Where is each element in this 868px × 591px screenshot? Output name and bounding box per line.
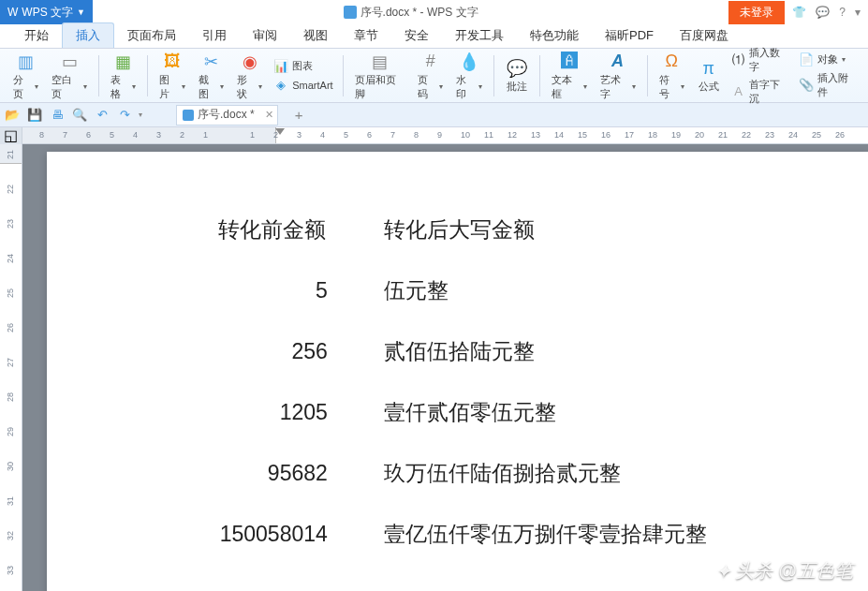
dropcap-button[interactable]: A首字下沉 (728, 77, 793, 107)
label: 对象 (817, 52, 838, 66)
watermark-button[interactable]: 💧 水印▾ (450, 49, 487, 103)
blank-page-button[interactable]: ▭ 空白页▾ (46, 49, 93, 103)
ruler-corner[interactable]: ◱ (0, 127, 22, 144)
table-row: 95682玖万伍仟陆佰捌拾贰元整 (170, 444, 744, 503)
undo-icon[interactable]: ↶ (94, 107, 110, 124)
chevron-down-icon: ▾ (842, 55, 846, 64)
insert-number-button[interactable]: ⑴插入数字 (728, 45, 793, 75)
label: 文本框 (552, 73, 581, 101)
ruler-tick: 2 (273, 130, 278, 140)
titlebar-icons: 👕 💬 ? ▾ (785, 6, 868, 19)
menu-tab-8[interactable]: 开发工具 (442, 23, 517, 48)
label: 插入数字 (749, 46, 789, 74)
print-preview-icon[interactable]: 🔍 (71, 107, 88, 124)
chart-button[interactable]: 📊图表 (270, 58, 336, 75)
menu-tab-10[interactable]: 福昕PDF (592, 23, 667, 48)
comment-icon: 💬 (506, 57, 528, 80)
amount-before: 1205 (170, 383, 375, 442)
add-tab-button[interactable]: + (295, 107, 303, 123)
close-icon[interactable]: ✕ (265, 109, 273, 121)
textbox-icon: 🅰 (558, 51, 581, 73)
print-icon[interactable]: 🖶 (49, 107, 66, 124)
shapes-button[interactable]: ◉ 形状▾ (231, 49, 268, 103)
ruler-tick: 1 (250, 130, 255, 140)
chart-smartart-group: 📊图表 ◈SmartArt (270, 58, 336, 94)
table-button[interactable]: ▦ 表格▾ (105, 49, 141, 103)
ruler-tick: 9 (437, 130, 442, 140)
menu-tab-3[interactable]: 引用 (189, 23, 240, 48)
document-canvas[interactable]: 转化前金额 转化后大写金额 5伍元整256贰佰伍拾陆元整1205壹仟贰佰零伍元整… (22, 144, 868, 591)
app-menu[interactable]: W WPS 文字 ▼ (0, 0, 93, 24)
ruler-tick: 5 (110, 130, 114, 140)
amount-after: 壹亿伍仟零伍万捌仟零壹拾肆元整 (376, 505, 744, 564)
save-icon[interactable]: 💾 (26, 107, 43, 124)
watermark-icon: ✦ (715, 560, 731, 583)
document-tab[interactable]: 序号.docx * ✕ (176, 105, 278, 126)
tshirt-icon[interactable]: 👕 (792, 6, 806, 19)
window-title-text: 序号.docx * - WPS 文字 (360, 5, 478, 21)
watermark-icon: 💧 (458, 51, 480, 73)
content-table: 转化前金额 转化后大写金额 5伍元整256贰佰伍拾陆元整1205壹仟贰佰零伍元整… (169, 199, 746, 566)
login-button[interactable]: 未登录 (728, 1, 785, 24)
textbox-button[interactable]: 🅰 文本框▾ (546, 49, 593, 103)
open-icon[interactable]: 📂 (4, 107, 21, 124)
chevron-down-icon[interactable]: ▾ (855, 6, 861, 19)
label: SmartArt (292, 80, 332, 91)
ruler-tick: 19 (671, 130, 681, 140)
menu-tab-0[interactable]: 开始 (11, 23, 62, 48)
smartart-icon: ◈ (273, 78, 288, 93)
object-button[interactable]: 📄对象▾ (795, 52, 861, 68)
smartart-button[interactable]: ◈SmartArt (270, 77, 336, 94)
ruler-horizontal[interactable]: ◱ 87654321123456789101112131415161718192… (0, 127, 868, 144)
menu-tab-2[interactable]: 页面布局 (114, 23, 189, 48)
label: 公式 (699, 80, 719, 94)
screenshot-button[interactable]: ✂ 截图▾ (193, 49, 229, 103)
picture-button[interactable]: 🖼 图片▾ (154, 49, 190, 103)
symbol-button[interactable]: Ω 符号▾ (654, 49, 690, 103)
label: 图表 (292, 59, 313, 73)
ruler-tick: 25 (812, 130, 821, 140)
equation-button[interactable]: π 公式 (692, 55, 726, 96)
label: 分页 (13, 73, 33, 101)
ruler-vertical[interactable]: 2122232425262728293031323334 (0, 144, 22, 591)
number-icon: ⑴ (731, 52, 745, 67)
wordart-button[interactable]: A 艺术字▾ (595, 49, 641, 103)
page[interactable]: 转化前金额 转化后大写金额 5伍元整256贰佰伍拾陆元整1205壹仟贰佰零伍元整… (47, 152, 868, 591)
ruler-tick: 26 (835, 130, 845, 140)
label: 空白页 (51, 73, 81, 101)
chevron-down-icon: ▾ (35, 82, 38, 91)
menu-tab-4[interactable]: 审阅 (240, 23, 290, 48)
ruler-tick: 21 (6, 150, 15, 159)
redo-icon[interactable]: ↷ (116, 107, 133, 124)
ruler-tick: 13 (531, 130, 540, 140)
chat-icon[interactable]: 💬 (816, 6, 830, 19)
menu-tab-5[interactable]: 视图 (290, 23, 341, 48)
page-number-button[interactable]: # 页码▾ (412, 49, 449, 103)
ruler-tick: 14 (554, 130, 564, 140)
ruler-tick: 26 (6, 323, 15, 332)
chevron-down-icon: ▾ (439, 82, 443, 91)
label: 表格 (110, 73, 130, 101)
menu-tab-7[interactable]: 安全 (391, 23, 442, 48)
label: 首字下沉 (749, 78, 789, 106)
insert-extras-group: ⑴插入数字 A首字下沉 (728, 45, 793, 107)
ruler-tick: 27 (6, 358, 15, 367)
separator (98, 55, 99, 96)
comment-button[interactable]: 💬 批注 (500, 55, 534, 96)
ruler-tick: 24 (6, 254, 15, 263)
menu-tab-1[interactable]: 插入 (62, 22, 114, 48)
page-break-button[interactable]: ▥ 分页▾ (7, 49, 44, 103)
qat-dropdown-icon[interactable]: ▾ (139, 111, 142, 119)
chevron-down-icon: ▾ (132, 82, 136, 91)
attachment-button[interactable]: 📎插入附件 (795, 70, 861, 100)
help-icon[interactable]: ? (839, 6, 846, 19)
ruler-tick: 6 (367, 130, 372, 140)
label: 形状 (237, 73, 257, 101)
menu-tab-6[interactable]: 章节 (341, 23, 391, 48)
screenshot-icon: ✂ (199, 51, 222, 73)
ruler-tick: 12 (508, 130, 517, 140)
header-footer-button[interactable]: ▤ 页眉和页脚 (349, 49, 411, 103)
ruler-tick: 22 (6, 185, 15, 194)
menu-tab-9[interactable]: 特色功能 (517, 23, 592, 48)
app-name: WPS 文字 (22, 5, 73, 21)
